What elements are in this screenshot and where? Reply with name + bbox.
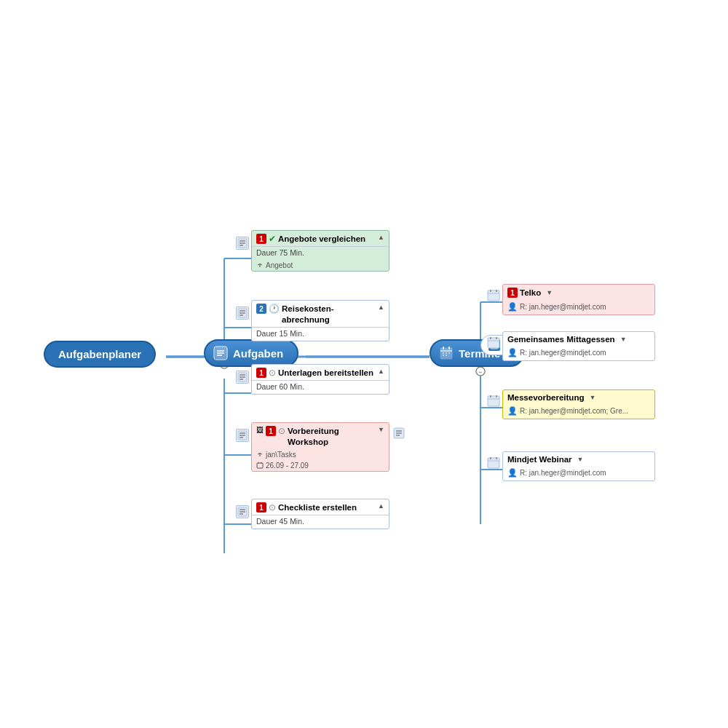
- appt2-cal-icon: [487, 336, 500, 351]
- svg-rect-49: [257, 463, 263, 468]
- task1-title: Angebote vergleichen: [278, 234, 376, 245]
- task5-priority: 1: [256, 502, 266, 513]
- appt1-title: Telko: [520, 288, 541, 297]
- appt1-meta: 👤 R: jan.heger@mindjet.com: [503, 301, 654, 314]
- task4-extra-icon: 🖼: [256, 426, 264, 434]
- appt1-expand[interactable]: ▼: [546, 289, 553, 296]
- task1-meta: Angebot: [252, 260, 389, 271]
- task1-list-icon: [236, 237, 249, 250]
- appt-card-4[interactable]: Mindjet Webinar ▼ 👤 R: jan.heger@mindjet…: [502, 451, 655, 481]
- appt4-cal-icon: [487, 456, 500, 471]
- task3-priority: 1: [256, 368, 266, 378]
- task4-status: ⊙: [278, 426, 285, 436]
- task3-status: ⊙: [269, 368, 276, 378]
- task-card-4[interactable]: 🖼 1 ⊙ Vorbereitung Workshop ▼ jan\Tasks …: [251, 422, 389, 472]
- appt2-expand[interactable]: ▼: [620, 336, 627, 343]
- appt-card-3[interactable]: Messevorbereitung ▼ 👤 R: jan.heger@mindj…: [502, 389, 655, 419]
- task3-list-icon: [236, 371, 249, 384]
- aufgaben-label: Aufgaben: [233, 347, 283, 360]
- appt3-meta: 👤 R: jan.heger@mindjet.com; Gre...: [503, 405, 654, 419]
- task2-expand[interactable]: ▲: [378, 304, 384, 311]
- svg-point-15: [476, 367, 485, 376]
- task1-status: ✔: [269, 234, 276, 244]
- appt4-meta: 👤 R: jan.heger@mindjet.com: [503, 467, 654, 480]
- task5-list-icon: [236, 505, 249, 518]
- task2-status: 🕐: [269, 304, 280, 314]
- appt4-expand[interactable]: ▼: [577, 456, 584, 463]
- root-node: Aufgabenplaner: [44, 341, 156, 368]
- branch-aufgaben[interactable]: Aufgaben: [204, 339, 298, 367]
- task1-body: Dauer 75 Min.: [252, 246, 389, 260]
- appt3-title: Messevorbereitung: [507, 393, 584, 402]
- task4-meta1: jan\Tasks: [252, 449, 389, 460]
- termine-icon: [438, 345, 454, 361]
- appt-card-2[interactable]: Gemeinsames Mittagessen ▼ 👤 R: jan.heger…: [502, 331, 655, 361]
- appt-card-1[interactable]: 1 Telko ▼ 👤 R: jan.heger@mindjet.com: [502, 284, 655, 315]
- task4-meta2: 26.09 - 27.09: [252, 460, 389, 471]
- task-card-5[interactable]: 1 ⊙ Checkliste erstellen ▲ Dauer 45 Min.: [251, 499, 389, 529]
- task3-expand[interactable]: ▲: [378, 368, 384, 375]
- task5-expand[interactable]: ▲: [378, 502, 384, 510]
- svg-rect-76: [488, 458, 499, 468]
- task-card-3[interactable]: 1 ⊙ Unterlagen bereitstellen ▲ Dauer 60 …: [251, 364, 389, 395]
- appt3-cal-icon: [487, 395, 500, 409]
- task4-expand[interactable]: ▼: [378, 426, 384, 433]
- task-card-2[interactable]: 2 🕐 Reisekosten-abrechnung ▲ Dauer 15 Mi…: [251, 300, 389, 341]
- svg-rect-72: [488, 396, 499, 406]
- task3-body: Dauer 60 Min.: [252, 380, 389, 394]
- task3-title: Unterlagen bereitstellen: [278, 368, 376, 379]
- task4-list-icon: [236, 429, 249, 442]
- appt1-priority: 1: [507, 288, 518, 298]
- task1-expand[interactable]: ▲: [378, 234, 384, 241]
- appt2-meta: 👤 R: jan.heger@mindjet.com: [503, 347, 654, 360]
- task4-priority: 1: [266, 426, 276, 436]
- task-card-1[interactable]: 1 ✔ Angebote vergleichen ▲ Dauer 75 Min.…: [251, 230, 389, 272]
- root-label: Aufgabenplaner: [58, 348, 141, 360]
- svg-rect-64: [488, 290, 499, 301]
- task5-title: Checkliste erstellen: [278, 502, 376, 513]
- task5-status: ⊙: [269, 502, 276, 513]
- task4-title: Vorbereitung Workshop: [288, 426, 376, 448]
- appt1-cal-icon: [487, 289, 500, 304]
- appt2-title: Gemeinsames Mittagessen: [507, 335, 615, 344]
- svg-text:−: −: [478, 368, 482, 376]
- task4-attach-icon: [393, 427, 405, 440]
- task5-body: Dauer 45 Min.: [252, 515, 389, 529]
- task2-priority: 2: [256, 304, 266, 314]
- task2-title: Reisekosten-abrechnung: [282, 304, 376, 325]
- appt3-expand[interactable]: ▼: [589, 394, 596, 401]
- task2-body: Dauer 15 Min.: [252, 327, 389, 341]
- svg-rect-68: [488, 338, 499, 348]
- aufgaben-icon: [213, 345, 229, 361]
- appt4-title: Mindjet Webinar: [507, 455, 572, 464]
- task2-list-icon: [236, 306, 249, 320]
- task1-priority: 1: [256, 234, 266, 244]
